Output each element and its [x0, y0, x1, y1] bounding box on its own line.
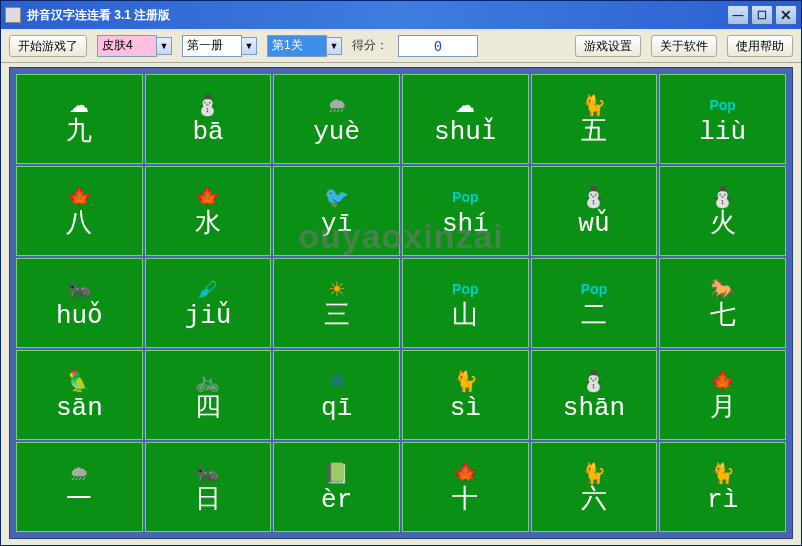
- settings-button[interactable]: 游戏设置: [575, 35, 641, 57]
- tile-icon: Pop: [450, 277, 480, 301]
- tile-text: 六: [581, 487, 607, 513]
- tile-text: wǔ: [578, 211, 609, 237]
- maximize-button[interactable]: ☐: [751, 5, 773, 25]
- game-tile[interactable]: 🐈五: [531, 74, 658, 164]
- game-tile[interactable]: 🐈sì: [402, 350, 529, 440]
- tile-text: yī: [321, 211, 352, 237]
- tile-text: 日: [195, 487, 221, 513]
- game-board: ouyaoxinzai ☁九⛄bā🌧yuè☁shuǐ🐈五Popliù🍁八🍁水🐦y…: [9, 67, 793, 539]
- close-button[interactable]: ✕: [775, 5, 797, 25]
- game-tile[interactable]: 🐈六: [531, 442, 658, 532]
- game-tile[interactable]: 🌧yuè: [273, 74, 400, 164]
- help-button[interactable]: 使用帮助: [727, 35, 793, 57]
- tile-text: 三: [324, 303, 350, 329]
- game-tile[interactable]: 🍁水: [145, 166, 272, 256]
- game-tile[interactable]: ⚛qī: [273, 350, 400, 440]
- tile-text: sān: [56, 395, 103, 421]
- tile-icon: 🌧: [64, 461, 94, 485]
- tile-icon: Pop: [579, 277, 609, 301]
- tile-text: qī: [321, 395, 352, 421]
- tile-text: 火: [710, 211, 736, 237]
- titlebar: 拼音汉字连连看 3.1 注册版 — ☐ ✕: [1, 1, 801, 29]
- game-tile[interactable]: ☁shuǐ: [402, 74, 529, 164]
- game-tile[interactable]: 🍁八: [16, 166, 143, 256]
- game-tile[interactable]: ⛄shān: [531, 350, 658, 440]
- tile-text: 一: [66, 487, 92, 513]
- game-tile[interactable]: 🐈rì: [659, 442, 786, 532]
- game-tile[interactable]: 🖌jiǔ: [145, 258, 272, 348]
- tile-text: jiǔ: [185, 303, 232, 329]
- tile-icon: ⛄: [708, 185, 738, 209]
- game-tile[interactable]: 🦜sān: [16, 350, 143, 440]
- volume-select-value[interactable]: 第一册: [182, 35, 242, 57]
- toolbar: 开始游戏了 皮肤4 ▼ 第一册 ▼ 第1关 ▼ 得分： 0 游戏设置 关于软件 …: [1, 29, 801, 63]
- tile-text: rì: [707, 487, 738, 513]
- tile-icon: ⛄: [193, 93, 223, 117]
- window-controls: — ☐ ✕: [727, 5, 797, 25]
- tile-text: 四: [195, 395, 221, 421]
- chevron-down-icon[interactable]: ▼: [156, 37, 172, 55]
- game-tile[interactable]: ⛄wǔ: [531, 166, 658, 256]
- tile-icon: 📗: [322, 461, 352, 485]
- game-tile[interactable]: ⛄火: [659, 166, 786, 256]
- tile-icon: 🐈: [450, 369, 480, 393]
- tile-text: 五: [581, 119, 607, 145]
- tile-icon: 🦜: [64, 369, 94, 393]
- tile-icon: ⛄: [579, 185, 609, 209]
- tile-icon: ☁: [64, 93, 94, 117]
- game-tile[interactable]: 🐎七: [659, 258, 786, 348]
- app-window: 拼音汉字连连看 3.1 注册版 — ☐ ✕ 开始游戏了 皮肤4 ▼ 第一册 ▼ …: [0, 0, 802, 546]
- tile-text: 十: [452, 487, 478, 513]
- level-select-value[interactable]: 第1关: [267, 35, 327, 57]
- tile-icon: 🍁: [64, 185, 94, 209]
- game-tile[interactable]: Popliù: [659, 74, 786, 164]
- tile-text: shān: [563, 395, 625, 421]
- tile-icon: 🐜: [193, 461, 223, 485]
- game-tile[interactable]: Pop二: [531, 258, 658, 348]
- volume-select[interactable]: 第一册 ▼: [182, 35, 257, 57]
- game-tile[interactable]: 📗èr: [273, 442, 400, 532]
- game-tile[interactable]: 🐜日: [145, 442, 272, 532]
- game-tile[interactable]: 🚲四: [145, 350, 272, 440]
- skin-select[interactable]: 皮肤4 ▼: [97, 35, 172, 57]
- game-tile[interactable]: ☁九: [16, 74, 143, 164]
- tile-icon: ☀: [322, 277, 352, 301]
- game-tile[interactable]: 🐜huǒ: [16, 258, 143, 348]
- tile-icon: 🐈: [579, 461, 609, 485]
- start-game-button[interactable]: 开始游戏了: [9, 35, 87, 57]
- level-select[interactable]: 第1关 ▼: [267, 35, 342, 57]
- game-tile[interactable]: Popshí: [402, 166, 529, 256]
- tile-icon: Pop: [450, 185, 480, 209]
- skin-select-value[interactable]: 皮肤4: [97, 35, 157, 57]
- window-title: 拼音汉字连连看 3.1 注册版: [27, 7, 727, 24]
- about-button[interactable]: 关于软件: [651, 35, 717, 57]
- tile-text: liù: [699, 119, 746, 145]
- score-label: 得分：: [352, 37, 388, 54]
- game-tile[interactable]: 🐦yī: [273, 166, 400, 256]
- tile-text: shuǐ: [434, 119, 496, 145]
- game-tile[interactable]: ☀三: [273, 258, 400, 348]
- game-tile[interactable]: Pop山: [402, 258, 529, 348]
- tile-text: sì: [450, 395, 481, 421]
- chevron-down-icon[interactable]: ▼: [326, 37, 342, 55]
- tile-icon: ☁: [450, 93, 480, 117]
- tile-grid: ouyaoxinzai ☁九⛄bā🌧yuè☁shuǐ🐈五Popliù🍁八🍁水🐦y…: [16, 74, 786, 532]
- game-tile[interactable]: 🍁十: [402, 442, 529, 532]
- tile-icon: ⚛: [322, 369, 352, 393]
- tile-icon: 🐈: [579, 93, 609, 117]
- game-tile[interactable]: 🌧一: [16, 442, 143, 532]
- tile-text: 八: [66, 211, 92, 237]
- chevron-down-icon[interactable]: ▼: [241, 37, 257, 55]
- tile-text: 二: [581, 303, 607, 329]
- tile-icon: 🚲: [193, 369, 223, 393]
- minimize-button[interactable]: —: [727, 5, 749, 25]
- tile-icon: 🍁: [193, 185, 223, 209]
- game-tile[interactable]: ⛄bā: [145, 74, 272, 164]
- game-tile[interactable]: 🍁月: [659, 350, 786, 440]
- tile-text: shí: [442, 211, 489, 237]
- tile-icon: 🍁: [450, 461, 480, 485]
- tile-text: 水: [195, 211, 221, 237]
- tile-text: 七: [710, 303, 736, 329]
- tile-text: 山: [452, 303, 478, 329]
- score-value: 0: [398, 35, 478, 57]
